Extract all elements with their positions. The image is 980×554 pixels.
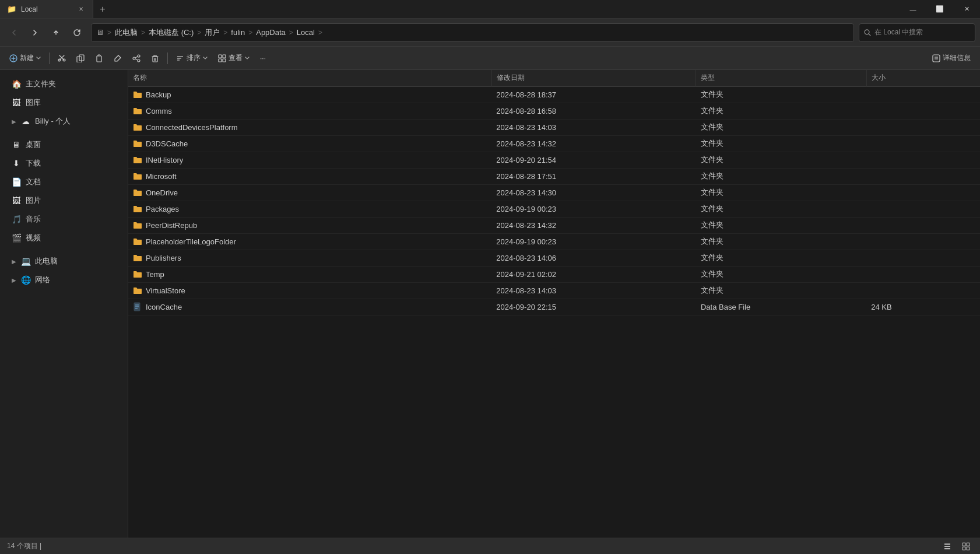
folder-icon [133, 269, 142, 279]
back-button[interactable] [5, 23, 23, 42]
sidebar-item-music[interactable]: 🎵 音乐 📌 [2, 210, 125, 229]
folder-icon [133, 286, 142, 295]
new-button[interactable]: 新建 [5, 49, 45, 68]
file-name-cell: OneDrive [133, 188, 487, 197]
table-row[interactable]: Comms 2024-08-28 16:58 文件夹 [128, 103, 980, 119]
file-size [866, 266, 980, 282]
search-bar[interactable]: 在 Local 中搜索 [859, 23, 975, 42]
sort-button[interactable]: 排序 [171, 49, 212, 68]
grid-view-button[interactable] [959, 539, 973, 553]
sidebar-item-gallery[interactable]: 🖼 图库 [2, 93, 125, 112]
sidebar-label-gallery: 图库 [26, 97, 121, 108]
file-type: 文件夹 [696, 86, 866, 103]
file-date: 2024-08-23 14:30 [491, 184, 696, 201]
file-size [866, 233, 980, 250]
file-date: 2024-09-19 00:23 [491, 233, 696, 250]
svg-rect-32 [967, 543, 970, 546]
share-icon [132, 54, 140, 62]
sidebar-item-downloads[interactable]: ⬇ 下载 📌 [2, 154, 125, 173]
sidebar-item-pictures[interactable]: 🖼 图片 📌 [2, 191, 125, 210]
file-name-cell: Packages [133, 204, 487, 213]
music-icon: 🎵 [12, 215, 21, 224]
file-size [866, 152, 980, 168]
sidebar-item-desktop[interactable]: 🖥 桌面 📌 [2, 135, 125, 154]
close-button[interactable]: ✕ [953, 0, 980, 19]
sidebar-item-videos[interactable]: 🎬 视频 📌 [2, 229, 125, 247]
table-row[interactable]: D3DSCache 2024-08-23 14:32 文件夹 [128, 135, 980, 152]
table-row[interactable]: Temp 2024-09-21 02:02 文件夹 [128, 266, 980, 282]
table-row[interactable]: Publishers 2024-08-23 14:06 文件夹 [128, 250, 980, 266]
svg-line-1 [869, 34, 870, 36]
toolbar-divider-2 [167, 52, 168, 64]
file-name: Packages [146, 205, 179, 213]
sidebar-item-home[interactable]: 🏠 主文件夹 [2, 75, 125, 93]
network-icon: 🌐 [21, 275, 30, 285]
table-row[interactable]: Backup 2024-08-28 18:37 文件夹 [128, 86, 980, 103]
column-header-name[interactable]: 名称 [128, 70, 491, 86]
refresh-button[interactable] [68, 23, 86, 42]
new-tab-button[interactable]: + [93, 0, 112, 19]
videos-icon: 🎬 [12, 233, 21, 243]
sort-icon [176, 54, 184, 62]
column-header-date[interactable]: 修改日期 [491, 70, 696, 86]
breadcrumb-user[interactable]: fulin [231, 28, 245, 37]
address-bar[interactable]: 🖥 > 此电脑 > 本地磁盘 (C:) > 用户 > fulin > AppDa… [91, 23, 854, 42]
delete-icon [151, 54, 159, 62]
breadcrumb-computer[interactable]: 此电脑 [115, 27, 138, 38]
file-date: 2024-08-23 14:32 [491, 217, 696, 233]
sidebar-label-computer: 此电脑 [35, 256, 121, 267]
up-button[interactable] [47, 23, 65, 42]
breadcrumb-local[interactable]: Local [297, 28, 315, 37]
cut-button[interactable] [53, 49, 71, 68]
minimize-button[interactable]: — [900, 0, 926, 19]
file-type: 文件夹 [696, 168, 866, 184]
breadcrumb-appdata[interactable]: AppData [256, 28, 286, 37]
list-view-button[interactable] [940, 539, 954, 553]
new-dropdown-icon [36, 56, 41, 61]
breadcrumb-users[interactable]: 用户 [205, 27, 220, 38]
table-row[interactable]: PlaceholderTileLogoFolder 2024-09-19 00:… [128, 233, 980, 250]
file-size [866, 135, 980, 152]
sidebar-item-documents[interactable]: 📄 文档 📌 [2, 173, 125, 191]
table-row[interactable]: Packages 2024-09-19 00:23 文件夹 [128, 201, 980, 217]
view-button[interactable]: 查看 [213, 49, 254, 68]
table-row[interactable]: ConnectedDevicesPlatform 2024-08-23 14:0… [128, 119, 980, 135]
svg-rect-33 [963, 547, 965, 550]
svg-rect-18 [223, 55, 226, 58]
paste-button[interactable] [90, 49, 108, 68]
detail-info-button[interactable]: 详细信息 [928, 49, 975, 68]
sidebar-label-downloads: 下载 [26, 158, 109, 169]
delete-button[interactable] [146, 49, 164, 68]
table-row[interactable]: Microsoft 2024-08-28 17:51 文件夹 [128, 168, 980, 184]
forward-button[interactable] [26, 23, 44, 42]
view-dropdown-icon [245, 56, 250, 61]
table-row[interactable]: VirtualStore 2024-08-23 14:03 文件夹 [128, 282, 980, 299]
home-icon: 🏠 [12, 79, 21, 89]
table-row[interactable]: PeerDistRepub 2024-08-23 14:32 文件夹 [128, 217, 980, 233]
sidebar-item-billy[interactable]: ▶ ☁ Billy - 个人 [2, 112, 125, 131]
column-header-size[interactable]: 大小 [866, 70, 980, 86]
file-name: IconCache [146, 303, 182, 311]
status-bar: 14 个项目 | [0, 538, 980, 554]
file-name: Microsoft [146, 172, 177, 181]
toolbar-divider-1 [49, 52, 50, 64]
share-button[interactable] [128, 49, 145, 68]
table-row[interactable]: INetHistory 2024-09-20 21:54 文件夹 [128, 152, 980, 168]
folder-icon [133, 155, 142, 164]
tab-close-button[interactable]: ✕ [76, 5, 86, 14]
sidebar-item-computer[interactable]: ▶ 💻 此电脑 [2, 252, 125, 271]
copy-button[interactable] [72, 49, 89, 68]
sidebar-item-network[interactable]: ▶ 🌐 网络 [2, 271, 125, 289]
restore-button[interactable]: ⬜ [926, 0, 953, 19]
file-name: PeerDistRepub [146, 221, 197, 230]
column-header-type[interactable]: 类型 [696, 70, 866, 86]
table-row[interactable]: OneDrive 2024-08-23 14:30 文件夹 [128, 184, 980, 201]
rename-button[interactable] [109, 49, 127, 68]
table-row[interactable]: IconCache 2024-09-20 22:15 Data Base Fil… [128, 299, 980, 315]
new-label: 新建 [20, 53, 34, 63]
tab-area: 📁 Local ✕ + [0, 0, 900, 18]
breadcrumb-drive[interactable]: 本地磁盘 (C:) [149, 27, 194, 38]
list-view-icon [943, 542, 951, 551]
active-tab[interactable]: 📁 Local ✕ [0, 0, 93, 18]
more-button[interactable]: ··· [255, 49, 271, 68]
